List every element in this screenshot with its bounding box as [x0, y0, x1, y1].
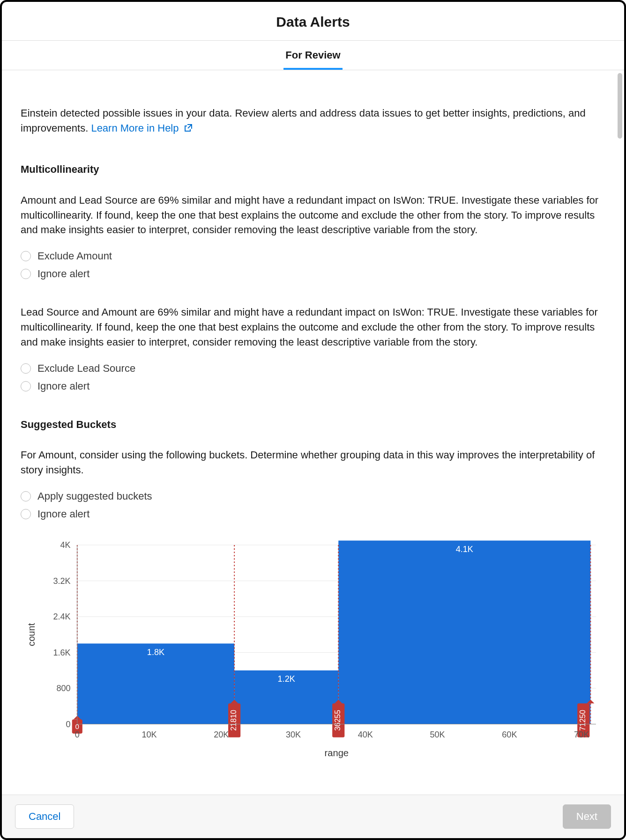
suggested-buckets-heading: Suggested Buckets	[21, 417, 605, 432]
svg-text:1.8K: 1.8K	[147, 648, 164, 657]
radio-label: Ignore alert	[37, 379, 89, 394]
scrollbar-thumb[interactable]	[618, 73, 622, 139]
radio-ignore-alert-3[interactable]: Ignore alert	[21, 507, 605, 522]
radio-icon	[21, 509, 31, 519]
radio-icon	[21, 269, 31, 279]
svg-text:2.4K: 2.4K	[53, 612, 70, 621]
multicollinearity-heading: Multicollinearity	[21, 162, 605, 177]
radio-icon	[21, 491, 31, 501]
alert-block-2: Lead Source and Amount are 69% similar a…	[21, 305, 605, 393]
radio-label: Exclude Lead Source	[37, 361, 135, 376]
external-link-icon	[184, 122, 193, 137]
tab-for-review[interactable]: For Review	[283, 41, 342, 70]
learn-more-label: Learn More in Help	[91, 122, 179, 134]
radio-exclude-amount[interactable]: Exclude Amount	[21, 249, 605, 264]
next-button[interactable]: Next	[563, 804, 611, 829]
dialog-title: Data Alerts	[2, 2, 624, 41]
svg-text:20K: 20K	[214, 730, 229, 739]
content-scroll[interactable]: Einstein detected possible issues in you…	[2, 70, 624, 795]
svg-text:0: 0	[66, 720, 71, 729]
radio-apply-buckets[interactable]: Apply suggested buckets	[21, 489, 605, 504]
radio-label: Ignore alert	[37, 507, 89, 522]
radio-label: Ignore alert	[37, 266, 89, 281]
svg-text:count: count	[26, 623, 37, 646]
svg-text:71250: 71250	[578, 710, 587, 731]
svg-text:range: range	[325, 748, 349, 758]
radio-ignore-alert-1[interactable]: Ignore alert	[21, 266, 605, 281]
svg-text:4.1K: 4.1K	[456, 545, 473, 554]
svg-text:36255: 36255	[333, 710, 342, 731]
alert2-text: Lead Source and Amount are 69% similar a…	[21, 305, 605, 350]
tabs: For Review	[2, 41, 624, 70]
svg-text:40K: 40K	[358, 730, 373, 739]
svg-text:30K: 30K	[286, 730, 301, 739]
data-alerts-dialog: Data Alerts For Review Einstein detected…	[0, 0, 626, 840]
histogram-chart: 08001.6K2.4K3.2K4K1.8K1.2K4.1K0218103625…	[21, 540, 605, 762]
svg-text:21810: 21810	[229, 710, 238, 731]
radio-icon	[21, 381, 31, 391]
buckets-text: For Amount, consider using the following…	[21, 448, 605, 478]
svg-text:3.2K: 3.2K	[53, 576, 70, 586]
radio-ignore-alert-2[interactable]: Ignore alert	[21, 379, 605, 394]
svg-text:60K: 60K	[502, 730, 517, 739]
learn-more-link[interactable]: Learn More in Help	[91, 122, 193, 134]
radio-icon	[21, 363, 31, 374]
intro-paragraph: Einstein detected possible issues in you…	[21, 106, 605, 137]
radio-exclude-lead-source[interactable]: Exclude Lead Source	[21, 361, 605, 376]
alert-block-1: Amount and Lead Source are 69% similar a…	[21, 193, 605, 281]
svg-text:4K: 4K	[60, 540, 71, 550]
svg-text:800: 800	[56, 684, 70, 693]
svg-text:1.6K: 1.6K	[53, 648, 70, 657]
svg-text:70K: 70K	[574, 730, 589, 739]
radio-label: Exclude Amount	[37, 249, 112, 264]
svg-text:1.2K: 1.2K	[278, 674, 295, 684]
radio-icon	[21, 251, 31, 261]
dialog-footer: Cancel Next	[2, 795, 624, 838]
cancel-button[interactable]: Cancel	[15, 804, 74, 829]
svg-rect-16	[338, 541, 590, 724]
buckets-chart: 08001.6K2.4K3.2K4K1.8K1.2K4.1K0218103625…	[21, 540, 605, 762]
svg-text:50K: 50K	[430, 730, 445, 739]
svg-text:10K: 10K	[142, 730, 156, 739]
alert1-text: Amount and Lead Source are 69% similar a…	[21, 193, 605, 238]
radio-label: Apply suggested buckets	[37, 489, 152, 504]
buckets-block: For Amount, consider using the following…	[21, 448, 605, 522]
svg-text:0: 0	[75, 730, 80, 739]
